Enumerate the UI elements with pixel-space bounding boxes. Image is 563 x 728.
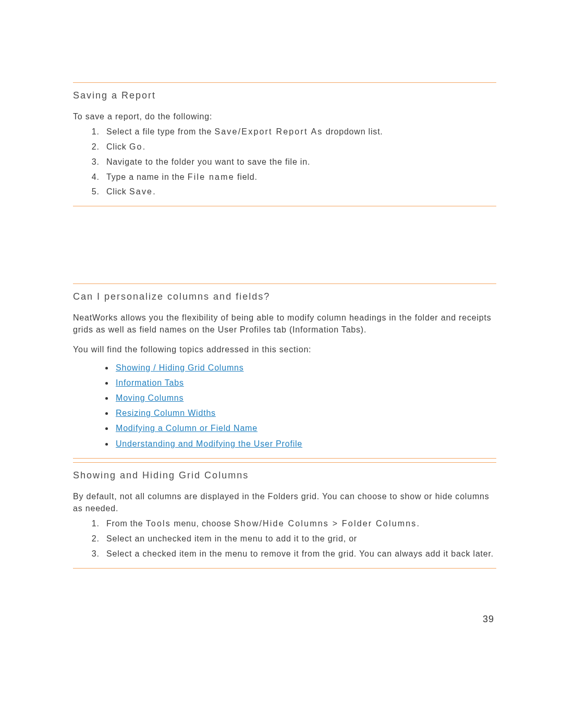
link-information-tabs[interactable]: Information Tabs (116, 378, 184, 387)
ui-term-tools: Tools (146, 519, 171, 528)
section-heading-personalize-columns: Can I personalize columns and fields? (73, 291, 496, 302)
step-item: Type a name in the File name field. (102, 171, 496, 184)
ui-term-show-hide-columns: Show/Hide Columns > Folder Columns (234, 519, 417, 528)
link-modifying-column-field-name[interactable]: Modifying a Column or Field Name (116, 424, 258, 433)
step-item: Click Go. (102, 141, 496, 154)
spacer (73, 206, 496, 283)
divider (73, 283, 496, 284)
list-item: Understanding and Modifying the User Pro… (114, 437, 496, 451)
step-item: Click Save. (102, 186, 496, 199)
page-number: 39 (483, 614, 494, 625)
step-text: Click (106, 187, 129, 196)
list-item: Moving Columns (114, 391, 496, 405)
section-heading-saving-a-report: Saving a Report (73, 90, 496, 101)
topic-link-list: Showing / Hiding Grid Columns Informatio… (73, 361, 496, 451)
ui-term-save: Save (129, 187, 153, 196)
step-text: dropdown list. (323, 127, 383, 136)
body-paragraph: You will find the following topics addre… (73, 343, 496, 355)
list-item: Resizing Column Widths (114, 406, 496, 420)
step-text: Type a name in the (106, 172, 188, 181)
intro-text: To save a report, do the following: (73, 110, 496, 122)
divider (73, 458, 496, 459)
step-text: From the (106, 519, 146, 528)
step-text: . (153, 187, 155, 196)
list-item: Modifying a Column or Field Name (114, 421, 496, 435)
step-text: field. (235, 172, 258, 181)
step-text: Click (106, 142, 129, 151)
link-resizing-column-widths[interactable]: Resizing Column Widths (116, 409, 216, 417)
step-item: Select a checked item in the menu to rem… (102, 548, 496, 561)
body-paragraph: By default, not all columns are displaye… (73, 490, 496, 514)
link-showing-hiding-grid-columns[interactable]: Showing / Hiding Grid Columns (116, 363, 244, 372)
step-text: . (143, 142, 145, 151)
ui-term-file-name: File name (188, 172, 235, 181)
list-item: Information Tabs (114, 376, 496, 390)
divider (73, 82, 496, 83)
step-text: . (417, 519, 420, 528)
step-item: Select an unchecked item in the menu to … (102, 533, 496, 546)
step-item: From the Tools menu, choose Show/Hide Co… (102, 517, 496, 530)
document-page: Saving a Report To save a report, do the… (0, 0, 563, 728)
show-hide-steps: From the Tools menu, choose Show/Hide Co… (73, 517, 496, 560)
list-item: Showing / Hiding Grid Columns (114, 361, 496, 375)
link-understanding-modifying-user-profile[interactable]: Understanding and Modifying the User Pro… (116, 439, 302, 448)
saving-report-steps: Select a file type from the Save/Export … (73, 126, 496, 199)
divider (73, 462, 496, 463)
ui-term-go: Go (129, 142, 143, 151)
body-paragraph: NeatWorks allows you the flexibility of … (73, 312, 496, 336)
section-heading-showing-hiding-grid-columns: Showing and Hiding Grid Columns (73, 470, 496, 481)
ui-term-save-export: Save/Export Report As (214, 127, 323, 136)
step-item: Navigate to the folder you want to save … (102, 156, 496, 169)
link-moving-columns[interactable]: Moving Columns (116, 393, 183, 402)
divider (73, 568, 496, 569)
step-text: Select a file type from the (106, 127, 214, 136)
step-item: Select a file type from the Save/Export … (102, 126, 496, 139)
step-text: menu, choose (171, 519, 234, 528)
